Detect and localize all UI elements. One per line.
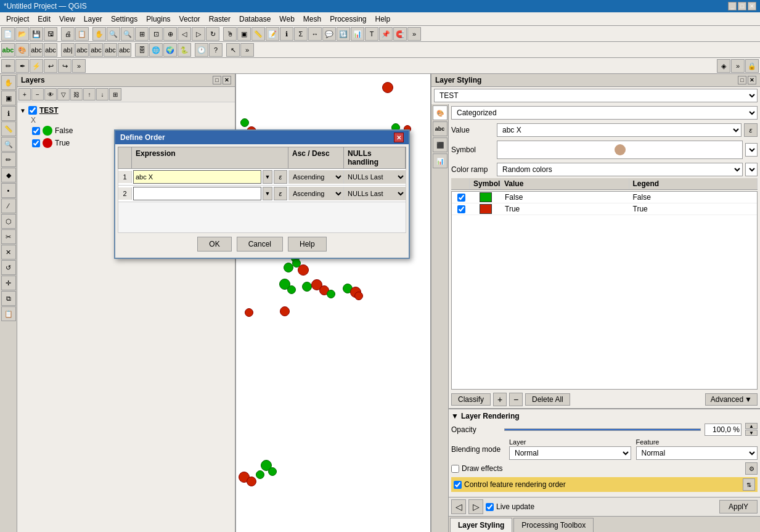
- select-btn[interactable]: ▣: [237, 27, 251, 41]
- cancel-btn[interactable]: Cancel: [237, 237, 283, 252]
- node-tool-btn[interactable]: ◆: [1, 168, 16, 182]
- true-checkbox[interactable]: [32, 139, 40, 147]
- tab-processing-toolbox[interactable]: Processing Toolbox: [513, 518, 594, 532]
- opacity-value[interactable]: [705, 424, 742, 436]
- delete-btn[interactable]: −: [509, 393, 523, 406]
- paste-tool-btn[interactable]: 📋: [1, 306, 16, 321]
- line-tool-btn[interactable]: ∕: [1, 198, 16, 213]
- lock-btn[interactable]: 🔒: [745, 59, 759, 73]
- dr-asc-select-1[interactable]: Ascending Descending: [289, 170, 344, 184]
- feature-order-settings[interactable]: ⇅: [743, 478, 755, 491]
- ok-btn[interactable]: OK: [197, 237, 231, 252]
- measure-tool-btn[interactable]: 📏: [1, 121, 16, 136]
- undo-btn[interactable]: ↩: [44, 59, 57, 73]
- identify-btn[interactable]: 🖱: [223, 27, 237, 41]
- poly-tool-btn[interactable]: ⬡: [1, 214, 16, 229]
- distance-btn[interactable]: ↔: [308, 27, 322, 41]
- draw-effects-settings[interactable]: ⚙: [745, 462, 758, 475]
- dr-combo-1[interactable]: ▼: [263, 170, 272, 184]
- help2-btn[interactable]: ?: [209, 43, 223, 57]
- live-update-checkbox[interactable]: [486, 503, 494, 511]
- dr-eps-1[interactable]: ε: [274, 170, 287, 184]
- menu-settings[interactable]: Settings: [107, 14, 141, 25]
- layer-name-select[interactable]: TEST: [434, 89, 758, 102]
- menu-web[interactable]: Web: [276, 14, 298, 25]
- pan-tool-btn[interactable]: ✋: [1, 75, 16, 90]
- dr-combo-2[interactable]: ▼: [263, 187, 272, 200]
- menu-project[interactable]: Project: [2, 14, 33, 25]
- zoom-prev-btn[interactable]: ◁: [178, 27, 191, 41]
- edit3-btn[interactable]: ⚡: [30, 59, 43, 73]
- table-row-false[interactable]: False False: [452, 192, 757, 203]
- zoom-tool-btn[interactable]: 🔍: [1, 137, 16, 152]
- menu-edit[interactable]: Edit: [34, 14, 54, 25]
- layer-blend-select[interactable]: Normal: [509, 446, 631, 460]
- measure-btn[interactable]: 📏: [251, 27, 265, 41]
- menu-help[interactable]: Help: [372, 14, 394, 25]
- maximize-btn[interactable]: □: [738, 2, 746, 10]
- row-true-check[interactable]: [452, 205, 470, 213]
- tab-layer-styling[interactable]: Layer Styling: [450, 518, 512, 532]
- select-tool-btn[interactable]: ▣: [1, 91, 16, 105]
- layers-minimize-btn[interactable]: □: [213, 76, 221, 84]
- label7-btn[interactable]: abc: [104, 43, 117, 57]
- menu-plugins[interactable]: Plugins: [142, 14, 174, 25]
- refresh-btn[interactable]: ↻: [206, 27, 219, 41]
- up-btn[interactable]: ↑: [83, 88, 96, 100]
- more-btn[interactable]: »: [407, 27, 421, 41]
- epsilon-btn[interactable]: ε: [744, 123, 758, 137]
- sum-btn[interactable]: Σ: [294, 27, 308, 41]
- back-nav-btn[interactable]: ◁: [451, 499, 466, 514]
- digitize-btn[interactable]: ◈: [717, 59, 730, 73]
- help-btn[interactable]: Help: [288, 237, 327, 252]
- rendering-header[interactable]: ▼ Layer Rendering: [451, 412, 758, 420]
- zoom-out-btn[interactable]: 🔍: [121, 27, 134, 41]
- color-btn[interactable]: 🎨: [15, 43, 29, 57]
- menu-view[interactable]: View: [55, 14, 79, 25]
- filter-layer-btn[interactable]: ▽: [57, 88, 70, 100]
- edit2-btn[interactable]: ✒: [15, 59, 29, 73]
- forward-nav-btn[interactable]: ▷: [468, 499, 483, 514]
- move-tool-btn[interactable]: ✛: [1, 276, 16, 290]
- renderer-select[interactable]: Categorized: [451, 106, 758, 120]
- add-layer-btn[interactable]: +: [18, 88, 31, 100]
- save-as-btn[interactable]: 🖫: [44, 27, 57, 41]
- down-btn[interactable]: ↓: [96, 88, 108, 100]
- pin-btn[interactable]: 📌: [379, 27, 393, 41]
- new-btn[interactable]: 📄: [1, 27, 15, 41]
- open-btn[interactable]: 📂: [15, 27, 29, 41]
- menu-mesh[interactable]: Mesh: [300, 14, 325, 25]
- more2-btn[interactable]: »: [240, 43, 254, 57]
- draw-effects-checkbox[interactable]: [451, 465, 459, 473]
- open-layer-btn[interactable]: 👁: [44, 88, 57, 100]
- link-btn[interactable]: ⛓: [70, 88, 83, 100]
- tip-btn[interactable]: ℹ: [280, 27, 293, 41]
- redo-btn[interactable]: ↪: [58, 59, 72, 73]
- delete-all-btn[interactable]: Delete All: [525, 393, 570, 406]
- info-btn[interactable]: 💬: [322, 27, 336, 41]
- remove-layer-btn[interactable]: −: [31, 88, 44, 100]
- value-select[interactable]: abc X: [497, 123, 742, 137]
- globe-btn[interactable]: 🌐: [149, 43, 163, 57]
- split-tool-btn[interactable]: ✂: [1, 229, 16, 244]
- dr-input-1[interactable]: [133, 170, 261, 184]
- print-btn[interactable]: 🖨: [61, 27, 75, 41]
- table-row-true[interactable]: True True: [452, 203, 757, 215]
- label5-btn[interactable]: abc: [75, 43, 89, 57]
- label3-btn[interactable]: abc: [44, 43, 57, 57]
- zoom-full-btn[interactable]: ⊞: [135, 27, 149, 41]
- edit-tool-btn[interactable]: ✏: [1, 152, 16, 167]
- more4-btn[interactable]: »: [731, 59, 745, 73]
- zoom-layer-btn[interactable]: ⊡: [149, 27, 163, 41]
- magnet-btn[interactable]: 🧲: [393, 27, 407, 41]
- dr-asc-select-2[interactable]: Ascending Descending: [289, 187, 344, 200]
- dr-nulls-select-1[interactable]: NULLs Last NULLs First: [344, 170, 406, 184]
- styling-minimize-btn[interactable]: □: [738, 76, 746, 84]
- label2-btn[interactable]: abc: [30, 43, 43, 57]
- cursor-btn[interactable]: ↖: [226, 43, 240, 57]
- add-btn[interactable]: +: [493, 393, 507, 406]
- zoom-in-btn[interactable]: 🔍: [107, 27, 120, 41]
- symbol-preview[interactable]: [497, 141, 743, 159]
- text-btn[interactable]: T: [365, 27, 378, 41]
- minimize-btn[interactable]: _: [728, 2, 737, 10]
